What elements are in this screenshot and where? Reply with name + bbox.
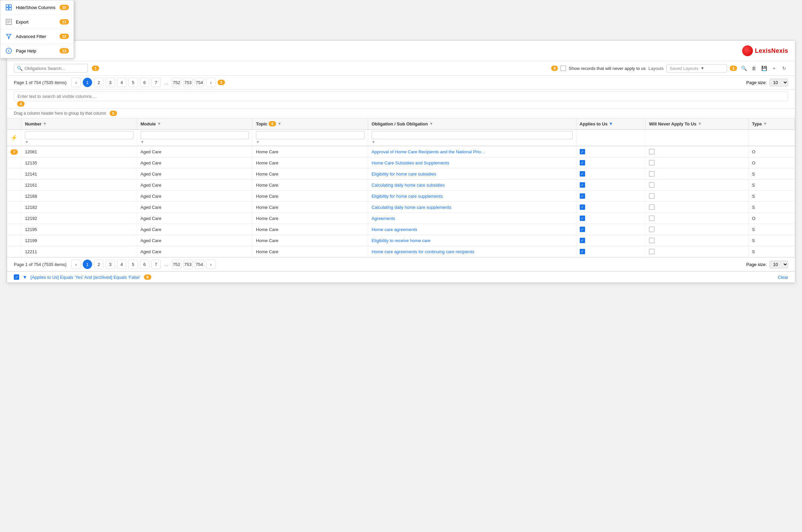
- never-apply-checkbox-0[interactable]: [649, 149, 654, 154]
- page-btn-2[interactable]: 2: [94, 78, 103, 87]
- show-records-checkbox[interactable]: [560, 65, 566, 71]
- cell-never-apply-9[interactable]: [646, 246, 748, 257]
- cell-obligation-9[interactable]: Home care agreements for continuing care…: [368, 246, 576, 257]
- page-btn-752[interactable]: 752: [172, 78, 181, 87]
- topic-filter-icon[interactable]: ▼: [278, 121, 282, 126]
- filter-topic-btn[interactable]: ▼: [256, 140, 260, 144]
- cell-obligation-6[interactable]: Agreements: [368, 213, 576, 224]
- module-filter-icon[interactable]: ▼: [157, 121, 161, 126]
- filter-topic-input[interactable]: [256, 131, 364, 139]
- cell-applies-2[interactable]: ✓: [576, 169, 646, 179]
- filter-number-btn[interactable]: ▼: [25, 140, 28, 144]
- th-number[interactable]: Number ▼: [21, 118, 137, 130]
- th-type[interactable]: Type ▼: [748, 118, 795, 130]
- cell-applies-8[interactable]: ✓: [576, 235, 646, 246]
- filter-module-btn[interactable]: ▼: [140, 140, 144, 144]
- restore-layout-button[interactable]: ↻: [780, 64, 788, 72]
- bottom-next-btn[interactable]: ›: [206, 260, 215, 269]
- bottom-page-754[interactable]: 754: [195, 260, 204, 269]
- cell-applies-4[interactable]: ✓: [576, 191, 646, 202]
- menu-item-export[interactable]: Export 11: [0, 15, 74, 29]
- page-btn-4[interactable]: 4: [117, 78, 127, 87]
- search-box[interactable]: 🔍: [14, 64, 88, 73]
- never-apply-checkbox-1[interactable]: [649, 160, 654, 166]
- cell-obligation-2[interactable]: Eligibility for home care subsidies: [368, 169, 576, 179]
- filter-bar-checkbox[interactable]: ✓: [14, 274, 19, 280]
- saved-layouts-box[interactable]: Saved Layouts ▼: [667, 64, 727, 73]
- delete-layout-button[interactable]: 🗑: [750, 64, 758, 72]
- bottom-page-753[interactable]: 753: [183, 260, 193, 269]
- applies-checkbox-9[interactable]: ✓: [580, 249, 585, 254]
- never-apply-checkbox-3[interactable]: [649, 182, 654, 188]
- applies-checkbox-6[interactable]: ✓: [580, 215, 585, 221]
- page-btn-7[interactable]: 7: [151, 78, 161, 87]
- cell-never-apply-5[interactable]: [646, 202, 748, 213]
- applies-checkbox-1[interactable]: ✓: [580, 160, 585, 166]
- search-layout-button[interactable]: 🔍: [740, 64, 748, 72]
- type-filter-icon[interactable]: ▼: [763, 121, 767, 126]
- applies-checkbox-2[interactable]: ✓: [580, 171, 585, 176]
- filter-number-input[interactable]: [25, 131, 134, 139]
- cell-never-apply-6[interactable]: [646, 213, 748, 224]
- cell-never-apply-2[interactable]: [646, 169, 748, 179]
- never-apply-checkbox-4[interactable]: [649, 193, 654, 199]
- page-btn-754[interactable]: 754: [195, 78, 204, 87]
- cell-applies-5[interactable]: ✓: [576, 202, 646, 213]
- applies-filter-icon[interactable]: ▼: [609, 121, 613, 126]
- never-apply-checkbox-2[interactable]: [649, 171, 654, 176]
- cell-obligation-5[interactable]: Calculating daily home care supplements: [368, 202, 576, 213]
- bottom-page-5[interactable]: 5: [129, 260, 138, 269]
- search-input[interactable]: [24, 66, 85, 71]
- bottom-page-6[interactable]: 6: [140, 260, 149, 269]
- column-search-input[interactable]: [14, 92, 788, 101]
- cell-applies-7[interactable]: ✓: [576, 224, 646, 235]
- th-topic[interactable]: Topic 6 ▼: [252, 118, 368, 130]
- bottom-page-size-select[interactable]: 10 25 50 100: [769, 261, 788, 268]
- prev-page-btn[interactable]: ‹: [71, 78, 81, 87]
- applies-checkbox-7[interactable]: ✓: [580, 227, 585, 232]
- menu-item-page-help[interactable]: i Page Help 13: [0, 44, 74, 58]
- next-page-btn[interactable]: ›: [206, 78, 215, 87]
- cell-never-apply-0[interactable]: [646, 146, 748, 157]
- clear-filter-button[interactable]: Clear: [778, 275, 788, 280]
- bottom-page-4[interactable]: 4: [117, 260, 127, 269]
- never-apply-checkbox-9[interactable]: [649, 249, 654, 254]
- cell-obligation-7[interactable]: Home care agreements: [368, 224, 576, 235]
- menu-item-hide-show[interactable]: Hide/Show Columns 10: [0, 0, 74, 15]
- page-btn-5[interactable]: 5: [129, 78, 138, 87]
- never-apply-checkbox-5[interactable]: [649, 205, 654, 210]
- cell-obligation-0[interactable]: Approval of Home Care Recipients and the…: [368, 146, 576, 157]
- obligation-filter-icon[interactable]: ▼: [429, 121, 434, 126]
- never-apply-checkbox-8[interactable]: [649, 238, 654, 243]
- applies-checkbox-8[interactable]: ✓: [580, 238, 585, 243]
- applies-checkbox-5[interactable]: ✓: [580, 205, 585, 210]
- never-apply-filter-icon[interactable]: ▼: [698, 121, 702, 126]
- cell-applies-1[interactable]: ✓: [576, 157, 646, 169]
- cell-never-apply-3[interactable]: [646, 179, 748, 191]
- number-filter-icon[interactable]: ▼: [43, 121, 47, 126]
- save-layout-button[interactable]: 💾: [760, 64, 768, 72]
- cell-applies-0[interactable]: ✓: [576, 146, 646, 157]
- th-module[interactable]: Module ▼: [137, 118, 252, 130]
- th-obligation[interactable]: Obligation / Sub Obligation ▼: [368, 118, 576, 130]
- cell-obligation-4[interactable]: Eligibility for home care supplements: [368, 191, 576, 202]
- cell-obligation-8[interactable]: Eligibility to receive home care: [368, 235, 576, 246]
- page-btn-1[interactable]: 1: [83, 78, 92, 87]
- page-btn-3[interactable]: 3: [106, 78, 115, 87]
- cell-never-apply-8[interactable]: [646, 235, 748, 246]
- filter-obligation-btn[interactable]: ▼: [371, 140, 375, 144]
- bottom-page-3[interactable]: 3: [106, 260, 115, 269]
- applies-checkbox-3[interactable]: ✓: [580, 182, 585, 188]
- page-size-select[interactable]: 10 25 50 100: [769, 79, 788, 87]
- cell-never-apply-4[interactable]: [646, 191, 748, 202]
- cell-obligation-1[interactable]: Home Care Subsidies and Supplements: [368, 157, 576, 169]
- active-filter-icon[interactable]: ⚡: [11, 135, 18, 140]
- bottom-page-2[interactable]: 2: [94, 260, 103, 269]
- page-btn-6[interactable]: 6: [140, 78, 149, 87]
- add-layout-button[interactable]: +: [770, 64, 778, 72]
- filter-obligation-input[interactable]: [371, 131, 573, 139]
- cell-never-apply-7[interactable]: [646, 224, 748, 235]
- cell-applies-9[interactable]: ✓: [576, 246, 646, 257]
- th-will-never-apply[interactable]: Will Never Apply To Us ▼: [646, 118, 748, 130]
- page-btn-753[interactable]: 753: [183, 78, 193, 87]
